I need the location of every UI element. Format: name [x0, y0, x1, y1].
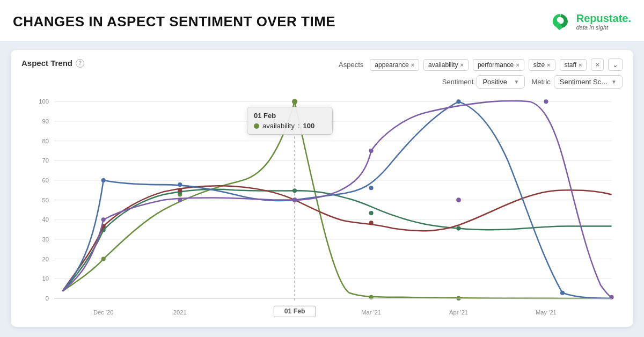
svg-point-55 — [178, 198, 182, 202]
svg-point-41 — [369, 211, 374, 215]
aspects-row: Aspects appearance × availability × perf… — [339, 58, 623, 71]
sentiment-dropdown[interactable]: Positive ▼ — [477, 75, 525, 89]
svg-text:70: 70 — [42, 157, 48, 164]
sentiment-control: Sentiment Positive ▼ — [442, 75, 525, 89]
aspect-tag-availability[interactable]: availability × — [423, 59, 469, 71]
metric-arrow-icon: ▼ — [611, 79, 617, 85]
svg-point-42 — [456, 226, 460, 231]
svg-point-40 — [292, 188, 297, 193]
svg-text:May '21: May '21 — [536, 309, 557, 316]
aspect-tag-staff[interactable]: staff × — [560, 59, 587, 71]
logo-tagline: data in sight — [576, 24, 631, 31]
remove-staff-btn[interactable]: × — [579, 62, 582, 68]
svg-text:40: 40 — [42, 216, 48, 223]
svg-text:0: 0 — [46, 295, 49, 302]
svg-point-36 — [369, 295, 374, 299]
svg-point-44 — [178, 188, 182, 192]
svg-point-52 — [456, 99, 460, 104]
sentiment-label: Sentiment — [442, 78, 474, 86]
svg-point-46 — [369, 221, 374, 225]
clear-all-button[interactable]: × — [591, 58, 604, 71]
remove-performance-btn[interactable]: × — [516, 62, 519, 68]
svg-text:20: 20 — [42, 256, 48, 262]
svg-point-51 — [369, 186, 374, 190]
svg-text:01 Feb: 01 Feb — [284, 307, 305, 315]
aspect-trend-label: Aspect Trend ? — [21, 58, 84, 68]
remove-availability-btn[interactable]: × — [460, 62, 463, 68]
svg-point-33 — [101, 257, 106, 261]
remove-size-btn[interactable]: × — [547, 62, 550, 68]
chart-card: Aspect Trend ? Aspects appearance × avai… — [11, 50, 633, 327]
svg-text:100: 100 — [39, 98, 49, 105]
svg-text:Apr '21: Apr '21 — [449, 309, 468, 316]
aspect-tag-size[interactable]: size × — [529, 59, 555, 71]
page-title: CHANGES IN ASPECT SENTIMENT OVER TIME — [13, 13, 335, 30]
chart-area: ⊕ ⊖ 🔍 ✋ ⌂ ≡ — [21, 91, 623, 320]
svg-point-57 — [369, 149, 374, 153]
sentiment-arrow-icon: ▼ — [514, 79, 519, 85]
logo-text: Repustate. data in sight — [576, 12, 631, 31]
svg-point-0 — [548, 10, 572, 33]
svg-text:Dec '20: Dec '20 — [93, 309, 114, 316]
svg-text:30: 30 — [42, 236, 48, 243]
metric-label: Metric — [531, 78, 550, 86]
remove-appearance-btn[interactable]: × — [411, 62, 414, 68]
chart-container: 0 10 20 30 40 50 60 70 80 90 100 Dec '20… — [21, 91, 623, 320]
logo-name: Repustate. — [576, 12, 631, 24]
svg-point-60 — [610, 295, 614, 299]
page-header: CHANGES IN ASPECT SENTIMENT OVER TIME Re… — [0, 0, 644, 41]
svg-point-49 — [178, 182, 182, 187]
help-icon[interactable]: ? — [76, 59, 84, 68]
svg-text:50: 50 — [42, 197, 48, 203]
svg-text:60: 60 — [42, 177, 48, 184]
svg-point-53 — [560, 291, 565, 295]
svg-point-59 — [544, 99, 548, 104]
aspects-dropdown-button[interactable]: ⌄ — [608, 58, 623, 71]
aspect-tag-performance[interactable]: performance × — [473, 59, 524, 71]
controls-row: Sentiment Positive ▼ Metric Sentiment Sc… — [21, 75, 623, 89]
repustate-logo-icon — [548, 10, 572, 33]
card-top-row: Aspect Trend ? Aspects appearance × avai… — [21, 58, 623, 71]
metric-control: Metric Sentiment Sc… ▼ — [531, 75, 623, 89]
svg-point-35 — [292, 99, 297, 104]
metric-dropdown[interactable]: Sentiment Sc… ▼ — [554, 75, 623, 89]
svg-point-58 — [456, 198, 460, 202]
svg-text:10: 10 — [42, 275, 48, 282]
aspect-tag-appearance[interactable]: appearance × — [370, 59, 419, 71]
svg-point-48 — [101, 178, 106, 182]
main-content: Aspect Trend ? Aspects appearance × avai… — [0, 41, 644, 335]
svg-rect-1 — [21, 91, 623, 320]
svg-text:Mar '21: Mar '21 — [361, 309, 381, 316]
line-chart: 0 10 20 30 40 50 60 70 80 90 100 Dec '20… — [21, 91, 623, 320]
aspects-label: Aspects — [339, 61, 363, 69]
svg-point-54 — [101, 217, 106, 222]
logo-area: Repustate. data in sight — [548, 10, 631, 33]
svg-text:80: 80 — [42, 138, 48, 144]
svg-text:2021: 2021 — [173, 309, 187, 316]
svg-point-56 — [292, 198, 297, 202]
svg-text:90: 90 — [42, 118, 48, 124]
